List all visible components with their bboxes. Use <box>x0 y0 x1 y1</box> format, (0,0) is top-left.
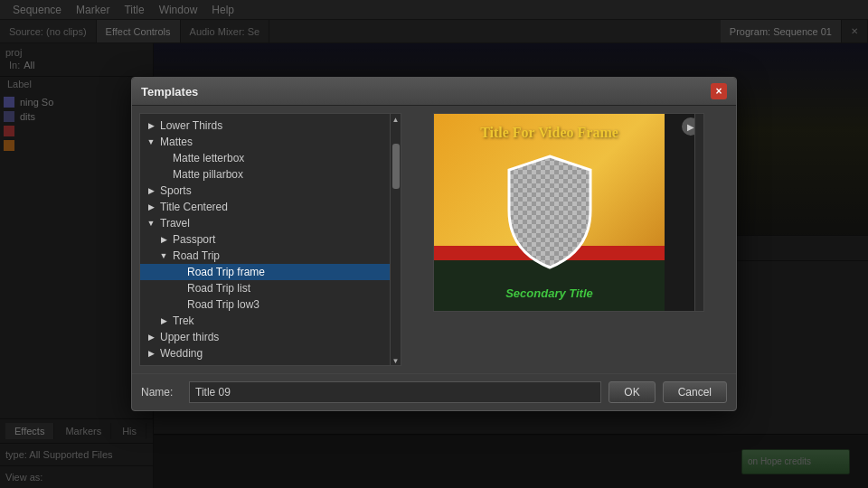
tree-label-road-trip-low3: Road Trip low3 <box>187 298 259 311</box>
tree-label-upper-thirds: Upper thirds <box>160 331 219 343</box>
tree-arrow-upper-thirds <box>146 332 156 343</box>
scroll-up-arrow[interactable]: ▲ <box>392 116 400 124</box>
tree-item-matte-pillarbox[interactable]: Matte pillarbox <box>140 166 390 183</box>
tree-item-passport[interactable]: Passport <box>140 231 390 248</box>
tree-label-road-trip-frame: Road Trip frame <box>187 266 265 278</box>
tree-label-title-centered: Title Centered <box>160 201 228 213</box>
tree-label-mattes: Mattes <box>160 136 193 148</box>
templates-dialog: Templates × Lower Thirds Mattes <box>131 77 737 411</box>
tree-item-road-trip-frame[interactable]: Road Trip frame <box>140 264 390 280</box>
tree-item-sports[interactable]: Sports <box>140 183 390 199</box>
preview-area: Title For Video Frame <box>433 113 704 312</box>
modal-overlay: Templates × Lower Thirds Mattes <box>0 0 868 488</box>
tree-arrow-passport <box>158 234 169 245</box>
name-label: Name: <box>141 386 182 399</box>
tree-item-upper-thirds[interactable]: Upper thirds <box>140 329 390 345</box>
tree-arrow-title-centered <box>146 202 156 212</box>
tree-item-road-trip[interactable]: Road Trip <box>140 248 390 264</box>
ok-button[interactable]: OK <box>609 381 655 403</box>
tree-label-road-trip-list: Road Trip list <box>187 282 250 295</box>
template-preview: Title For Video Frame <box>434 114 665 312</box>
tree-label-matte-letterbox: Matte letterbox <box>173 152 244 164</box>
preview-scrollbar[interactable] <box>694 114 703 311</box>
tree-label-passport: Passport <box>173 233 215 246</box>
tree-arrow-sports <box>146 185 156 196</box>
tree-item-trek[interactable]: Trek <box>140 313 390 329</box>
tree-label-matte-pillarbox: Matte pillarbox <box>173 168 243 181</box>
preview-panel: Title For Video Frame <box>409 113 729 366</box>
dialog-title: Templates <box>141 85 198 99</box>
scroll-track <box>392 126 400 355</box>
tree-item-matte-letterbox[interactable]: Matte letterbox <box>140 150 390 166</box>
dialog-titlebar: Templates × <box>132 78 736 106</box>
tree-item-mattes[interactable]: Mattes <box>140 134 390 150</box>
preview-title: Title For Video Frame <box>443 125 656 141</box>
dialog-body: Lower Thirds Mattes Matte letterbox <box>132 106 736 373</box>
tree-label-road-trip: Road Trip <box>173 249 220 262</box>
tree-label-wedding: Wedding <box>160 347 203 360</box>
tree-scroll-area[interactable]: Lower Thirds Mattes Matte letterbox <box>140 114 390 365</box>
tree-item-wedding[interactable]: Wedding <box>140 345 390 361</box>
name-input[interactable] <box>189 381 601 403</box>
scroll-down-arrow[interactable]: ▼ <box>392 357 400 365</box>
preview-shield-svg <box>500 152 599 269</box>
tree-arrow-travel <box>146 218 156 229</box>
tree-label-trek: Trek <box>173 314 194 327</box>
tree-container: Lower Thirds Mattes Matte letterbox <box>139 113 401 366</box>
dialog-close-button[interactable]: × <box>711 83 727 99</box>
tree-item-road-trip-low3[interactable]: Road Trip low3 <box>140 296 390 313</box>
tree-label-sports: Sports <box>160 184 192 197</box>
tree-item-travel[interactable]: Travel <box>140 215 390 231</box>
tree-arrow-trek <box>158 315 169 326</box>
tree-arrow-wedding <box>146 348 156 359</box>
tree-scrollbar[interactable]: ▲ ▼ <box>390 114 401 365</box>
tree-label-travel: Travel <box>160 217 190 230</box>
tree-label-lower-thirds: Lower Thirds <box>160 119 222 132</box>
tree-item-road-trip-list[interactable]: Road Trip list <box>140 280 390 296</box>
tree-item-lower-thirds[interactable]: Lower Thirds <box>140 117 390 134</box>
preview-secondary: Secondary Title <box>434 286 665 300</box>
tree-arrow-road-trip <box>158 250 169 261</box>
dialog-footer: Name: OK Cancel <box>132 373 736 410</box>
tree-arrow-mattes <box>146 136 156 147</box>
scroll-thumb[interactable] <box>392 144 400 189</box>
tree-item-title-centered[interactable]: Title Centered <box>140 199 390 215</box>
tree-arrow-lower-thirds <box>146 120 156 131</box>
cancel-button[interactable]: Cancel <box>663 381 727 403</box>
